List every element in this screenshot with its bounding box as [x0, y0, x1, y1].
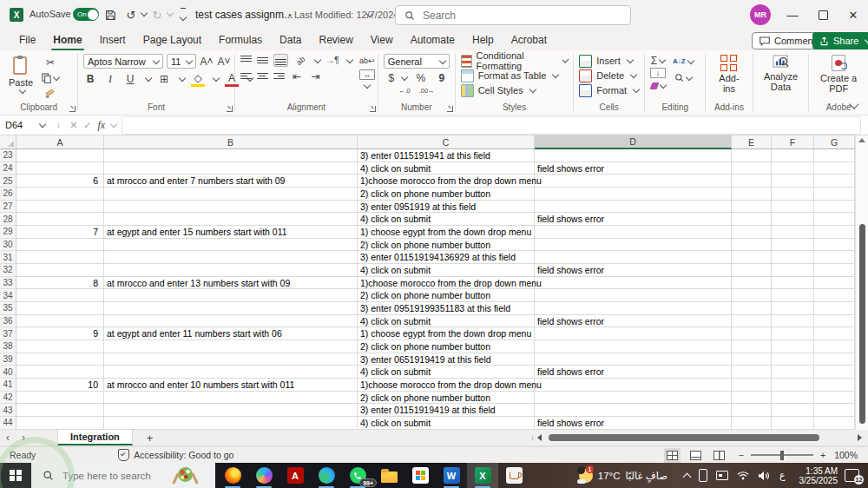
borders-dropdown-icon[interactable]: [179, 75, 186, 82]
cell-e42[interactable]: [732, 392, 772, 405]
cell-d28[interactable]: field shows error: [535, 213, 732, 226]
cell-a32[interactable]: [16, 264, 104, 277]
cell-c27[interactable]: 3) enter 0951919 at this field: [358, 201, 535, 214]
cell-g34[interactable]: [814, 289, 855, 302]
close-button[interactable]: ✕: [838, 0, 868, 30]
column-header-d[interactable]: D: [535, 135, 732, 149]
cell-e38[interactable]: [732, 340, 772, 353]
cell-d37[interactable]: [535, 327, 732, 340]
cell-f39[interactable]: [772, 353, 814, 366]
zoom-level[interactable]: 100%: [834, 450, 858, 460]
insert-function-icon[interactable]: fx: [95, 119, 108, 132]
create-pdf-button[interactable]: Create a PDF: [816, 54, 861, 95]
cells-button-insert[interactable]: Insert: [579, 54, 639, 68]
align-middle-icon[interactable]: [257, 56, 268, 65]
share-button[interactable]: Share: [812, 32, 868, 49]
font-size-select[interactable]: 11: [167, 54, 196, 69]
cell-c41[interactable]: 1)choose morocco from the drop down menu: [358, 379, 535, 392]
cell-e34[interactable]: [732, 289, 772, 302]
cell-e44[interactable]: [732, 417, 772, 430]
cell-e36[interactable]: [732, 315, 772, 328]
align-center-icon[interactable]: [257, 71, 268, 81]
underline-icon[interactable]: U: [123, 73, 137, 86]
cell-g25[interactable]: [814, 175, 855, 188]
scroll-left-icon[interactable]: [537, 434, 542, 441]
cell-c28[interactable]: 4) click on submit: [358, 213, 535, 226]
menu-tab-insert[interactable]: Insert: [91, 31, 135, 49]
cell-e32[interactable]: [732, 264, 772, 277]
namebox-resize-handle[interactable]: ⁝: [57, 121, 60, 129]
menu-tab-view[interactable]: View: [362, 31, 402, 49]
fill-color-icon[interactable]: ◇: [191, 71, 205, 87]
analyze-data-button[interactable]: Analyze Data: [758, 54, 803, 93]
page-break-view-icon[interactable]: [713, 451, 725, 460]
cell-e31[interactable]: [732, 251, 772, 264]
autosum-icon[interactable]: Σ: [650, 54, 666, 67]
cell-b43[interactable]: [104, 404, 358, 417]
titlebar-search[interactable]: [395, 5, 631, 25]
font-name-select[interactable]: Aptos Narrow: [83, 54, 163, 69]
cell-d42[interactable]: [535, 392, 732, 405]
row-header-23[interactable]: 23: [0, 149, 16, 162]
row-header-41[interactable]: 41: [0, 379, 16, 392]
menu-tab-acrobat[interactable]: Acrobat: [503, 31, 556, 49]
cells-button-delete[interactable]: Delete: [579, 69, 639, 82]
cell-b36[interactable]: [104, 315, 358, 328]
cell-g40[interactable]: [814, 366, 855, 379]
taskbar-app-explorer[interactable]: [373, 463, 404, 488]
menu-tab-data[interactable]: Data: [271, 31, 310, 49]
cell-a27[interactable]: [16, 201, 104, 214]
cell-e29[interactable]: [732, 226, 772, 239]
zoom-in-icon[interactable]: +: [820, 450, 825, 460]
notification-center-icon[interactable]: 12: [845, 469, 859, 482]
cell-c29[interactable]: 1) choose egypt from the down drop menu: [358, 226, 535, 239]
row-header-44[interactable]: 44: [0, 417, 16, 430]
cell-b34[interactable]: [104, 289, 358, 302]
cell-g30[interactable]: [814, 239, 855, 252]
cell-b26[interactable]: [104, 188, 358, 201]
redo-icon[interactable]: ↻: [149, 7, 165, 23]
start-button[interactable]: [0, 463, 31, 488]
row-header-40[interactable]: 40: [0, 366, 16, 379]
shrink-font-icon[interactable]: A˅: [217, 55, 231, 68]
styles-button-conditional-formatting[interactable]: Conditional Formatting: [461, 54, 569, 68]
storage-device-icon[interactable]: [716, 471, 728, 480]
column-header-f[interactable]: F: [772, 135, 814, 149]
cell-e40[interactable]: [732, 366, 772, 379]
alignment-dialog-launcher-icon[interactable]: [370, 106, 376, 112]
cell-c26[interactable]: 2) click on phone number button: [358, 188, 535, 201]
row-header-34[interactable]: 34: [0, 289, 16, 302]
grow-font-icon[interactable]: A˄: [200, 55, 214, 68]
cell-d31[interactable]: [535, 251, 732, 264]
hscroll-resize-handle[interactable]: ⁝: [531, 433, 534, 442]
merge-dropdown-icon[interactable]: [364, 82, 371, 89]
cell-g35[interactable]: [814, 302, 855, 315]
cell-f40[interactable]: [772, 366, 814, 379]
last-modified[interactable]: • Last Modified: 12/7/2024: [288, 10, 398, 20]
cell-e33[interactable]: [732, 277, 772, 290]
cell-f26[interactable]: [772, 188, 814, 201]
row-header-42[interactable]: 42: [0, 392, 16, 405]
maximize-button[interactable]: [808, 0, 838, 30]
cell-a24[interactable]: [16, 162, 104, 175]
sort-filter-icon[interactable]: A↓Z: [673, 55, 694, 68]
taskbar-app-java[interactable]: [498, 463, 529, 488]
customize-quick-access-icon[interactable]: [175, 7, 191, 23]
cell-g29[interactable]: [814, 226, 855, 239]
cell-f32[interactable]: [772, 264, 814, 277]
underline-dropdown-icon[interactable]: [145, 75, 152, 82]
cell-g41[interactable]: [814, 379, 855, 392]
enter-formula-icon[interactable]: ✓: [81, 120, 95, 131]
accounting-format-icon[interactable]: $: [385, 71, 398, 84]
cell-b33[interactable]: at mrocco and enter 13 numbers start wit…: [104, 277, 358, 290]
cell-f37[interactable]: [772, 327, 814, 340]
cell-a44[interactable]: [16, 417, 104, 430]
name-box[interactable]: D64: [0, 115, 50, 135]
cell-f31[interactable]: [772, 251, 814, 264]
cell-a35[interactable]: [16, 302, 104, 315]
cell-c34[interactable]: 2) click on phone number button: [358, 289, 535, 302]
cell-g37[interactable]: [814, 327, 855, 340]
cell-b31[interactable]: [104, 251, 358, 264]
row-header-29[interactable]: 29: [0, 226, 16, 239]
cell-d24[interactable]: field shows error: [535, 162, 732, 175]
